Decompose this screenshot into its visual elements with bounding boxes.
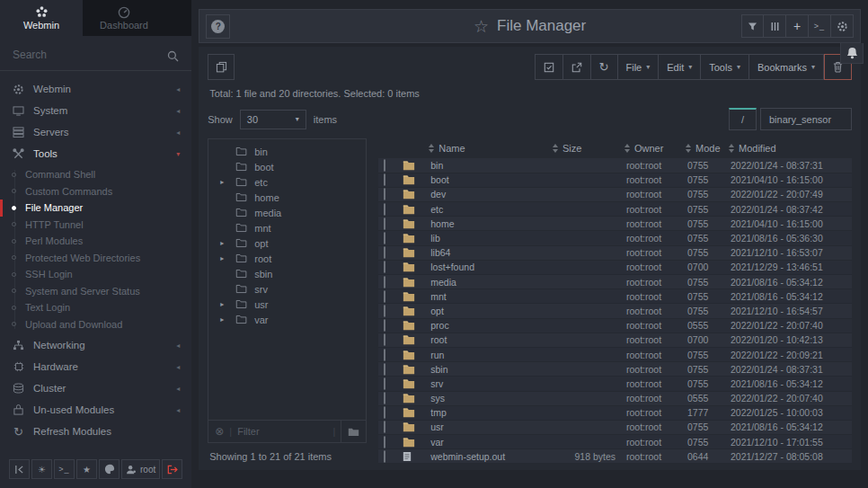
tree-item-etc[interactable]: ▸etc [208,174,366,190]
page-size-select[interactable]: 30 ▾ [240,110,306,129]
expand-arrow-icon[interactable]: ▸ [220,178,224,186]
row-checkbox[interactable] [384,333,385,346]
file-row-sbin[interactable]: sbinroot:root07552022/01/24 - 08:37:31 [378,362,852,377]
sidebar-item-file-manager[interactable]: File Manager [0,200,191,217]
sidebar-item-ssh-login[interactable]: SSH Login [0,266,191,283]
user-button[interactable]: root [121,459,160,479]
theme-palette-button[interactable] [99,459,120,479]
file-row-lib64[interactable]: lib64root:root07552021/12/10 - 16:53:07 [378,245,852,260]
row-checkbox[interactable] [384,246,385,259]
sidebar-item-perl-modules[interactable]: Perl Modules [0,233,191,250]
tree-item-boot[interactable]: boot [208,159,366,174]
sidebar-item-text-login[interactable]: Text Login [0,299,191,316]
sidebar-item-command-shell[interactable]: Command Shell [0,166,191,183]
row-checkbox[interactable] [384,159,385,172]
tab-webmin[interactable]: Webmin [0,0,83,36]
row-checkbox[interactable] [384,276,385,288]
tree-item-usr[interactable]: ▸usr [208,297,366,312]
tree-item-bin[interactable]: bin [208,144,366,159]
row-checkbox[interactable] [384,406,385,419]
filter-button[interactable] [741,14,764,38]
file-row-home[interactable]: homeroot:root07552021/04/10 - 16:15:00 [378,217,852,231]
row-checkbox[interactable] [384,188,385,200]
logout-button[interactable] [162,459,182,479]
tab-dashboard[interactable]: Dashboard [83,0,165,36]
row-checkbox[interactable] [384,290,385,303]
theme-toggle-button[interactable]: ☀ [31,459,52,479]
expand-arrow-icon[interactable]: ▸ [220,239,224,247]
favorites-button[interactable]: ★ [76,459,97,479]
file-row-opt[interactable]: optroot:root07552021/12/10 - 16:54:57 [378,304,852,318]
file-row-etc[interactable]: etcroot:root07552022/01/24 - 08:37:42 [378,202,852,217]
file-row-root[interactable]: rootroot:root07002022/01/20 - 10:42:13 [378,333,852,347]
settings-button[interactable] [831,14,854,38]
file-row-dev[interactable]: devroot:root07552022/01/22 - 20:07:49 [378,187,852,201]
file-row-sys[interactable]: sysroot:root05552022/01/22 - 20:07:40 [378,391,852,405]
file-row-usr[interactable]: usrroot:root07552021/08/16 - 05:34:12 [378,420,852,434]
row-checkbox[interactable] [384,363,385,376]
notifications-button[interactable] [840,43,864,64]
export-button[interactable] [563,54,591,80]
sidebar-item-http-tunnel[interactable]: HTTP Tunnel [0,217,191,234]
row-checkbox[interactable] [384,436,385,448]
tree-item-opt[interactable]: ▸opt [208,235,366,251]
tree-item-mnt[interactable]: mnt [208,220,366,235]
root-path-button[interactable]: / [729,108,757,130]
row-checkbox[interactable] [384,319,385,332]
file-menu-button[interactable]: File ▾ [618,54,660,80]
file-row-var[interactable]: varroot:root07552021/12/10 - 17:01:55 [378,435,852,449]
file-row-media[interactable]: mediaroot:root07552021/08/16 - 05:34:12 [378,275,852,289]
row-checkbox[interactable] [384,261,385,273]
file-row-bin[interactable]: binroot:root07552022/01/24 - 08:37:31 [378,158,852,173]
help-button[interactable]: ? [206,14,230,39]
sidebar-category-un-used-modules[interactable]: Un-used Modules◂ [0,399,191,421]
file-row-boot[interactable]: bootroot:root07552021/04/10 - 16:15:00 [378,173,852,187]
expand-arrow-icon[interactable]: ▸ [220,300,224,308]
sidebar-category-refresh-modules[interactable]: ↻Refresh Modules [0,421,191,442]
file-row-run[interactable]: runroot:root07552022/01/22 - 20:09:21 [378,347,852,361]
refresh-button[interactable]: ↻ [591,54,618,80]
collapse-sidebar-button[interactable] [9,459,30,479]
favorite-star-icon[interactable]: ☆ [474,18,489,35]
terminal-button[interactable]: >_ [809,14,831,38]
row-checkbox[interactable] [384,173,385,186]
search-input[interactable] [13,49,179,61]
row-checkbox[interactable] [384,392,385,404]
columns-button[interactable] [764,14,786,38]
sidebar-category-cluster[interactable]: Cluster◂ [0,377,191,399]
tools-menu-button[interactable]: Tools ▾ [701,54,749,80]
select-all-button[interactable] [535,54,563,80]
tree-item-home[interactable]: home [208,190,366,205]
tree-folder-button[interactable] [341,421,359,442]
add-button[interactable]: + [786,14,809,38]
tree-item-var[interactable]: ▸var [208,312,366,327]
file-row-lib[interactable]: libroot:root07552021/08/16 - 05:36:30 [378,231,852,245]
paste-buffer-button[interactable] [208,54,235,80]
path-input[interactable] [760,108,852,130]
row-checkbox[interactable] [384,232,385,244]
sidebar-category-tools[interactable]: Tools▾ [0,143,191,164]
row-checkbox[interactable] [384,377,385,390]
file-row-lost-found[interactable]: lost+foundroot:root07002021/12/29 - 13:4… [378,260,852,274]
sidebar-item-upload-and-download[interactable]: Upload and Download [0,316,191,333]
file-row-tmp[interactable]: tmproot:root17772022/01/25 - 10:00:03 [378,405,852,420]
sidebar-category-servers[interactable]: Servers◂ [0,121,191,143]
expand-arrow-icon[interactable]: ▸ [220,315,224,324]
clear-filter-icon[interactable]: ⊗ [215,425,224,438]
row-checkbox[interactable] [384,305,385,317]
row-checkbox[interactable] [384,217,385,230]
column-header-owner[interactable]: Owner [624,138,686,158]
edit-menu-button[interactable]: Edit ▾ [659,54,701,80]
sidebar-category-webmin[interactable]: Webmin◂ [0,78,191,100]
column-header-modified[interactable]: Modified [729,138,852,158]
tree-item-sbin[interactable]: sbin [208,266,366,281]
sidebar-item-system-and-server-status[interactable]: System and Server Status [0,283,191,300]
row-checkbox[interactable] [384,349,385,361]
bookmarks-menu-button[interactable]: Bookmarks ▾ [749,54,824,80]
file-row-proc[interactable]: procroot:root05552022/01/22 - 20:07:40 [378,318,852,333]
sidebar-category-hardware[interactable]: Hardware◂ [0,356,191,377]
row-checkbox[interactable] [384,421,385,433]
tree-filter-input[interactable] [237,426,327,437]
shell-button[interactable]: >_ [54,459,75,479]
tree-item-root[interactable]: ▸root [208,251,366,266]
